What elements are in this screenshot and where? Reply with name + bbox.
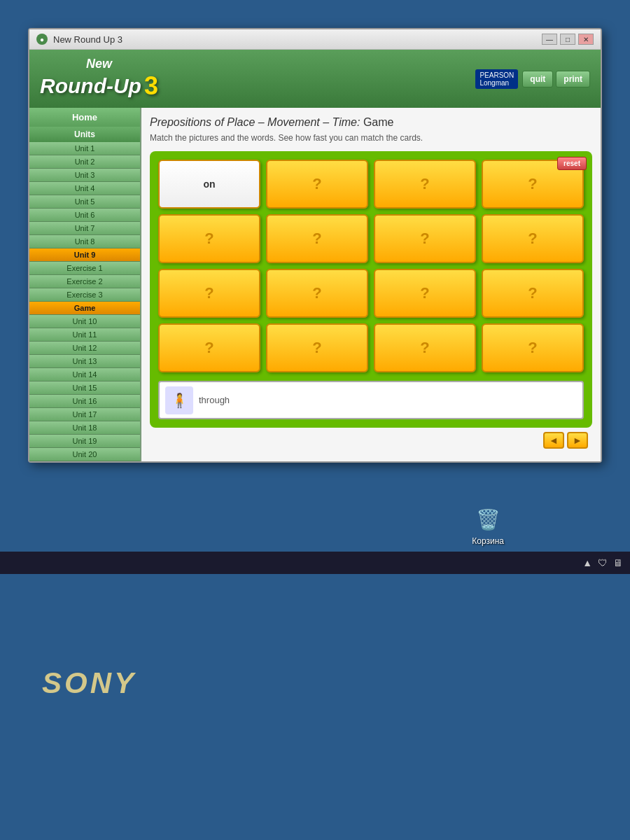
app-icon: ● (36, 34, 48, 45)
card-grid: on ? ? ? ? (158, 160, 584, 372)
sidebar-item-unit10[interactable]: Unit 10 (29, 315, 140, 328)
sidebar-item-unit9[interactable]: Unit 9 (29, 248, 140, 262)
card-9-icon: ? (204, 284, 214, 302)
sidebar-item-unit13[interactable]: Unit 13 (29, 355, 140, 368)
word-character-icon: 🧍 (165, 386, 193, 414)
card-2[interactable]: ? (266, 160, 368, 209)
card-7-icon: ? (420, 230, 429, 248)
card-10[interactable]: ? (266, 269, 368, 318)
card-16[interactable]: ? (482, 323, 584, 372)
sidebar-item-unit17[interactable]: Unit 17 (29, 408, 140, 421)
taskbar-icon-2: 🛡 (598, 557, 608, 568)
sidebar-item-exercise1[interactable]: Exercise 1 (29, 262, 140, 275)
card-16-icon: ? (528, 339, 537, 357)
card-15-icon: ? (420, 339, 429, 357)
next-arrow[interactable]: ► (567, 432, 588, 449)
card-5-icon: ? (204, 230, 214, 248)
card-11[interactable]: ? (374, 269, 476, 318)
sidebar-item-unit7[interactable]: Unit 7 (29, 222, 140, 235)
sidebar-item-unit18[interactable]: Unit 18 (29, 421, 140, 435)
card-12[interactable]: ? (482, 269, 584, 318)
quit-button[interactable]: quit (522, 71, 553, 88)
card-1-text: on (203, 178, 215, 190)
pearson-text: PEARSON (479, 71, 514, 79)
card-7[interactable]: ? (374, 214, 476, 263)
sidebar-item-unit6[interactable]: Unit 6 (29, 209, 140, 222)
title-bar-left: ● New Round Up 3 (36, 34, 122, 45)
card-13-icon: ? (204, 339, 214, 357)
card-13[interactable]: ? (158, 323, 260, 372)
sidebar-item-unit2[interactable]: Unit 2 (29, 155, 140, 169)
window-controls: — □ ✕ (542, 34, 594, 45)
longman-text: Longman (479, 79, 514, 87)
card-6-icon: ? (312, 230, 321, 248)
sidebar-item-unit11[interactable]: Unit 11 (29, 328, 140, 342)
sidebar-item-unit1[interactable]: Unit 1 (29, 142, 140, 155)
card-5[interactable]: ? (158, 214, 260, 263)
sony-logo-text: SONY (42, 666, 136, 699)
sidebar-item-unit16[interactable]: Unit 16 (29, 395, 140, 408)
card-15[interactable]: ? (374, 323, 476, 372)
card-3-icon: ? (420, 175, 429, 193)
sidebar-item-unit8[interactable]: Unit 8 (29, 235, 140, 248)
reset-button[interactable]: reset (557, 157, 587, 170)
title-normal: Game (363, 116, 394, 128)
game-area: reset on ? ? ? (150, 151, 592, 428)
sidebar-item-unit5[interactable]: Unit 5 (29, 195, 140, 209)
app-header: New Round-Up 3 PEARSON Longman qui (29, 50, 601, 108)
sidebar-item-exercise3[interactable]: Exercise 3 (29, 288, 140, 302)
card-6[interactable]: ? (266, 214, 368, 263)
prev-arrow[interactable]: ◄ (543, 432, 564, 449)
sidebar-home[interactable]: Home (29, 108, 140, 127)
window-title: New Round Up 3 (53, 34, 122, 45)
card-12-icon: ? (528, 284, 537, 302)
content-title: Prepositions of Place – Movement – Time:… (150, 116, 592, 129)
card-1[interactable]: on (158, 160, 260, 209)
card-3[interactable]: ? (374, 160, 476, 209)
content-panel: Prepositions of Place – Movement – Time:… (141, 108, 601, 461)
header-buttons: quit print (522, 71, 590, 88)
sidebar-item-unit20[interactable]: Unit 20 (29, 448, 140, 461)
card-11-icon: ? (420, 284, 429, 302)
logo-roundup: Round-Up (40, 74, 141, 98)
card-8-icon: ? (528, 230, 537, 248)
card-14[interactable]: ? (266, 323, 368, 372)
card-10-icon: ? (312, 284, 321, 302)
taskbar-icon-3: 🖥 (613, 557, 623, 568)
header-right: PEARSON Longman quit print (475, 69, 590, 89)
sidebar-item-unit3[interactable]: Unit 3 (29, 169, 140, 182)
sidebar-item-unit19[interactable]: Unit 19 (29, 435, 140, 448)
sidebar-item-exercise2[interactable]: Exercise 2 (29, 275, 140, 288)
recycle-bin-label: Корзина (472, 536, 504, 546)
print-button[interactable]: print (556, 71, 590, 88)
close-button[interactable]: ✕ (578, 34, 594, 45)
app-window: ● New Round Up 3 — □ ✕ New Round-Up 3 (28, 28, 602, 463)
sidebar-item-unit15[interactable]: Unit 15 (29, 382, 140, 395)
sidebar-item-unit14[interactable]: Unit 14 (29, 368, 140, 382)
sidebar: Home Units Unit 1 Unit 2 Unit 3 Unit 4 U… (29, 108, 141, 461)
recycle-bin-image: 🗑️ (474, 505, 502, 533)
desktop: ● New Round Up 3 — □ ✕ New Round-Up 3 (0, 0, 630, 840)
card-4-icon: ? (528, 175, 537, 193)
maximize-button[interactable]: □ (560, 34, 575, 45)
title-bar: ● New Round Up 3 — □ ✕ (29, 29, 601, 50)
sidebar-item-game[interactable]: Game (29, 302, 140, 315)
card-2-icon: ? (312, 175, 321, 193)
word-strip-text: through (199, 395, 230, 405)
recycle-bin-icon[interactable]: 🗑️ Корзина (472, 505, 504, 546)
minimize-button[interactable]: — (542, 34, 557, 45)
card-9[interactable]: ? (158, 269, 260, 318)
taskbar-icon-1: ▲ (582, 557, 592, 568)
logo-area: New Round-Up 3 (40, 57, 158, 101)
content-subtitle: Match the pictures and the words. See ho… (150, 133, 592, 143)
main-content: Home Units Unit 1 Unit 2 Unit 3 Unit 4 U… (29, 108, 601, 461)
word-strip: 🧍 through (158, 381, 584, 419)
sony-logo-area: SONY (42, 666, 136, 700)
sidebar-units-section: Units (29, 127, 140, 142)
sidebar-item-unit4[interactable]: Unit 4 (29, 182, 140, 195)
card-14-icon: ? (312, 339, 321, 357)
logo-number: 3 (144, 71, 158, 101)
nav-arrows: ◄ ► (150, 428, 592, 453)
card-8[interactable]: ? (482, 214, 584, 263)
sidebar-item-unit12[interactable]: Unit 12 (29, 342, 140, 355)
